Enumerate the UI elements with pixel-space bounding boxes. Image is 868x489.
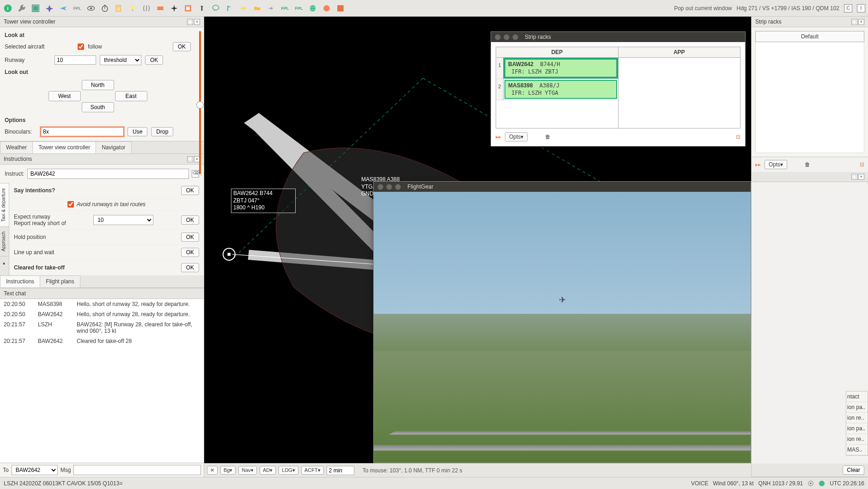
plane-black-icon[interactable] — [169, 3, 179, 13]
navigator-tab[interactable]: Navigator — [96, 141, 131, 153]
look-at-runway-ok[interactable]: OK — [145, 55, 163, 65]
orange-square-icon[interactable] — [335, 3, 346, 13]
pop-out-link[interactable]: Pop out current window — [674, 5, 732, 12]
arrow-out-icon[interactable] — [266, 3, 276, 13]
east-button[interactable]: East — [115, 91, 147, 101]
wrench-icon[interactable] — [17, 3, 27, 13]
default-rack-header[interactable]: Default — [755, 31, 864, 42]
expect-runway-combo[interactable]: 10 — [93, 215, 153, 225]
fpl-green-icon[interactable]: FPL — [280, 3, 290, 13]
north-button[interactable]: North — [82, 80, 114, 90]
expect-runway-ok[interactable]: OK — [181, 215, 199, 225]
weather-tab[interactable]: Weather — [0, 141, 33, 153]
strip-opts-button[interactable]: Opts▾ — [505, 132, 528, 141]
note-icon[interactable] — [114, 3, 124, 13]
zoom-slider-thumb[interactable] — [196, 101, 204, 109]
bulb-icon[interactable] — [127, 3, 138, 13]
flight-strip[interactable]: MAS8398 A388/J IFR: LSZH YTGA — [504, 80, 617, 99]
orange-circle-icon[interactable] — [322, 3, 332, 13]
peek-item[interactable]: ion re.. — [846, 434, 868, 445]
flight-plans-tab[interactable]: Flight plans — [40, 275, 80, 287]
msg-input[interactable] — [73, 465, 201, 475]
avoid-runways-checkbox[interactable] — [67, 201, 74, 208]
window-min-icon[interactable] — [386, 184, 392, 190]
strip-collapse-icon[interactable]: ▸▸ — [496, 134, 501, 140]
use-button[interactable]: Use — [127, 127, 147, 136]
nav-menu[interactable]: Nav▾ — [238, 466, 257, 475]
orange-box-icon[interactable] — [155, 3, 165, 13]
c-button[interactable]: C — [844, 4, 852, 12]
say-intentions-ok[interactable]: OK — [181, 186, 199, 195]
ldg-menu[interactable]: LDG▾ — [279, 466, 298, 475]
fg-3d-view[interactable]: ✈ — [374, 192, 751, 463]
window-close-icon[interactable] — [377, 184, 383, 190]
vtab-approach[interactable]: Approach — [0, 226, 9, 256]
cloud-icon[interactable] — [238, 3, 249, 13]
detach-icon[interactable]: ⬚ — [187, 19, 193, 25]
strip-titlebar[interactable]: Strip racks — [491, 32, 745, 42]
window-max-icon[interactable] — [512, 34, 518, 40]
clear-input-icon[interactable]: ⌫ — [192, 170, 199, 177]
fg-titlebar[interactable]: FlightGear — [374, 182, 751, 192]
detach-icon[interactable]: ⬚ — [187, 156, 193, 162]
drop-button[interactable]: Drop — [151, 127, 173, 136]
map-icon[interactable] — [30, 3, 41, 13]
follow-checkbox[interactable] — [78, 43, 84, 50]
ad-menu[interactable]: AD▾ — [260, 466, 276, 475]
plane-blue-icon[interactable] — [58, 3, 68, 13]
radar-reset-icon[interactable]: ✕ — [207, 466, 218, 475]
i-button[interactable]: I — [857, 4, 865, 12]
west-button[interactable]: West — [49, 91, 81, 101]
strip-shelf-icon[interactable]: ⊟ — [736, 134, 741, 140]
south-button[interactable]: South — [82, 102, 114, 112]
antenna-icon[interactable] — [141, 3, 152, 13]
strip-shelf-icon[interactable]: ⊟ — [860, 161, 864, 168]
radar-area[interactable]: BAW2642 B744 ZBTJ 047° 1800 ^ H190 MAS83… — [204, 17, 751, 463]
compass-icon[interactable] — [44, 3, 55, 13]
detach-icon[interactable]: ⬚ — [851, 174, 857, 180]
window-close-icon[interactable] — [495, 34, 501, 40]
tower-tab[interactable]: Tower view controller — [32, 141, 96, 153]
strip-racks-window[interactable]: Strip racks DEP 1BAW2642 B744/H IFR: LSZ… — [491, 31, 746, 147]
clear-button[interactable]: Clear — [843, 465, 864, 475]
instruct-input[interactable] — [27, 169, 189, 179]
threshold-combo[interactable]: threshold — [100, 55, 141, 65]
peek-item[interactable]: ion pa.. — [846, 402, 868, 413]
flight-strip[interactable]: BAW2642 B744/H IFR: LSZH ZBTJ — [504, 59, 617, 78]
flag-icon[interactable] — [225, 3, 235, 13]
orange-box2-icon[interactable] — [183, 3, 193, 13]
radar-tag-baw2642[interactable]: BAW2642 B744 ZBTJ 047° 1800 ^ H190 — [231, 189, 296, 213]
bin-icon[interactable]: 🗑 — [805, 161, 810, 168]
info-icon[interactable]: i — [3, 3, 13, 13]
vtab-taxi-departure[interactable]: Taxi & departure — [0, 183, 9, 226]
peek-item[interactable]: ntact — [846, 391, 868, 402]
to-combo[interactable]: BAW2642 — [12, 465, 58, 475]
chat-icon[interactable] — [211, 3, 221, 13]
close-icon[interactable]: × — [858, 174, 864, 180]
close-icon[interactable]: × — [194, 19, 200, 25]
vtab-more[interactable]: ▾ — [0, 256, 9, 271]
acft-menu[interactable]: ACFT▾ — [301, 466, 324, 475]
bin-icon[interactable]: 🗑 — [545, 134, 551, 140]
hold-position-ok[interactable]: OK — [181, 232, 199, 242]
flightgear-window[interactable]: FlightGear ✈ — [373, 181, 751, 463]
detach-icon[interactable]: ⬚ — [851, 19, 857, 25]
window-max-icon[interactable] — [395, 184, 401, 190]
globe-icon[interactable] — [308, 3, 318, 13]
close-icon[interactable]: × — [858, 19, 864, 25]
peek-item[interactable]: ion re.. — [846, 413, 868, 423]
folder-icon[interactable] — [252, 3, 262, 13]
eye-icon[interactable] — [86, 3, 96, 13]
instructions-tab[interactable]: Instructions — [0, 275, 40, 287]
peek-item[interactable]: ion pa.. — [846, 423, 868, 434]
strip-collapse-icon[interactable]: ▸▸ — [755, 161, 761, 168]
cleared-takeoff-ok[interactable]: OK — [181, 263, 199, 272]
fpl-icon[interactable]: FPL — [72, 3, 82, 13]
peek-item[interactable]: MAS.. — [846, 445, 868, 455]
window-min-icon[interactable] — [504, 34, 510, 40]
binoculars-input[interactable] — [41, 127, 124, 136]
bg-menu[interactable]: Bg▾ — [220, 466, 236, 475]
stopwatch-icon[interactable] — [100, 3, 110, 13]
line-up-ok[interactable]: OK — [181, 248, 199, 257]
look-at-aircraft-ok[interactable]: OK — [173, 42, 191, 51]
